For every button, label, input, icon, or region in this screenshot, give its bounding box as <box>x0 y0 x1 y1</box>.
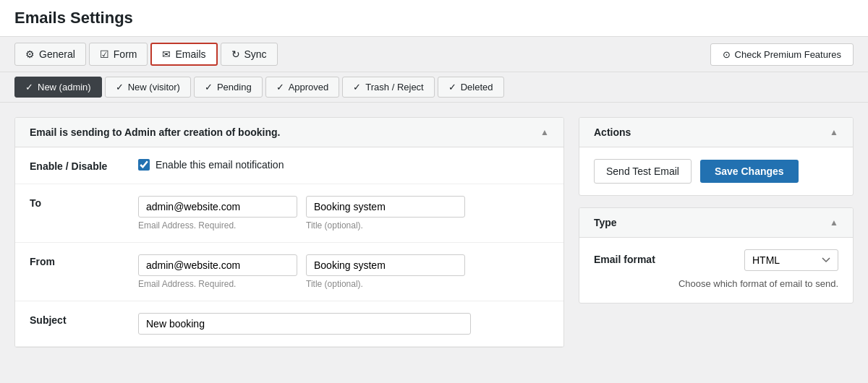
tab-emails[interactable]: Emails <box>150 43 217 66</box>
right-panel: Actions ▲ Send Test Email Save Changes T… <box>579 117 854 348</box>
email-icon <box>162 48 171 60</box>
check-icon-pending: ✓ <box>205 82 213 92</box>
from-fields: Email Address. Required. Title (optional… <box>138 254 549 289</box>
main-content: Email is sending to Admin after creation… <box>0 103 868 362</box>
clock-icon: ⊙ <box>723 49 731 60</box>
actions-header: Actions ▲ <box>579 118 853 147</box>
subject-fields <box>138 313 549 335</box>
enable-checkbox[interactable] <box>138 159 150 171</box>
check-premium-button[interactable]: ⊙ Check Premium Features <box>710 43 854 66</box>
sub-tab-trash-reject[interactable]: ✓ Trash / Reject <box>342 77 434 98</box>
tabs-bar: General Form Emails Sync ⊙ Check Premium… <box>0 37 868 72</box>
send-test-email-button[interactable]: Send Test Email <box>594 159 692 184</box>
subject-input[interactable] <box>138 313 471 335</box>
type-header-title: Type <box>594 217 617 228</box>
subject-label: Subject <box>30 313 124 326</box>
sub-tab-pending[interactable]: ✓ Pending <box>194 77 263 98</box>
save-changes-button[interactable]: Save Changes <box>700 160 799 183</box>
to-fields: Email Address. Required. Title (optional… <box>138 196 549 231</box>
to-title-input[interactable] <box>306 196 465 218</box>
actions-body: Send Test Email Save Changes <box>579 147 853 195</box>
panel-header: Email is sending to Admin after creation… <box>15 118 563 147</box>
tabs-left: General Form Emails Sync <box>14 43 278 66</box>
check-icon-trash-reject: ✓ <box>353 82 361 92</box>
to-input-group: Email Address. Required. Title (optional… <box>138 196 549 231</box>
check-icon-new-admin: ✓ <box>25 82 33 92</box>
tab-sync[interactable]: Sync <box>221 43 278 66</box>
actions-box: Actions ▲ Send Test Email Save Changes <box>579 117 854 196</box>
sub-tab-deleted[interactable]: ✓ Deleted <box>438 77 504 98</box>
enable-disable-row: Enable / Disable Enable this email notif… <box>15 147 563 184</box>
from-row: From Email Address. Required. Title (opt… <box>15 243 563 301</box>
type-collapse-icon: ▲ <box>830 218 838 228</box>
page-title: Emails Settings <box>14 9 854 27</box>
email-settings-panel: Email is sending to Admin after creation… <box>14 117 564 348</box>
sync-icon <box>231 48 240 60</box>
gear-icon <box>25 48 35 60</box>
sub-tab-new-visitor[interactable]: ✓ New (visitor) <box>105 77 191 98</box>
to-email-hint: Email Address. Required. <box>138 220 297 231</box>
email-format-select[interactable]: HTML Plain Text <box>744 249 838 271</box>
to-email-input[interactable] <box>138 196 297 218</box>
sub-tab-new-admin[interactable]: ✓ New (admin) <box>14 77 102 98</box>
type-header: Type ▲ <box>579 208 853 238</box>
email-format-label: Email format <box>594 249 655 265</box>
enable-disable-fields: Enable this email notification <box>138 159 549 171</box>
from-title-hint: Title (optional). <box>306 279 465 289</box>
from-title-input[interactable] <box>306 254 465 276</box>
sub-tabs-bar: ✓ New (admin) ✓ New (visitor) ✓ Pending … <box>0 72 868 103</box>
from-input-group: Email Address. Required. Title (optional… <box>138 254 549 289</box>
from-label: From <box>30 254 124 267</box>
to-row: To Email Address. Required. Title (optio… <box>15 184 563 243</box>
check-icon-deleted: ✓ <box>448 82 456 92</box>
to-email-sub: Email Address. Required. <box>138 196 297 231</box>
panel-header-title: Email is sending to Admin after creation… <box>30 126 280 138</box>
from-email-sub: Email Address. Required. <box>138 254 297 289</box>
check-icon-new-visitor: ✓ <box>116 82 124 92</box>
to-title-hint: Title (optional). <box>306 220 465 231</box>
tab-general[interactable]: General <box>14 43 86 66</box>
to-label: To <box>30 196 124 209</box>
collapse-arrow-icon: ▲ <box>540 127 549 137</box>
form-icon <box>100 48 109 60</box>
type-box: Type ▲ Email format HTML Plain Text Choo… <box>579 207 854 304</box>
enable-disable-label: Enable / Disable <box>30 159 124 172</box>
from-email-input[interactable] <box>138 254 297 276</box>
enable-checkbox-label: Enable this email notification <box>156 159 284 171</box>
to-title-sub: Title (optional). <box>306 196 465 231</box>
type-right: HTML Plain Text Choose which format of e… <box>678 249 838 291</box>
subject-row: Subject <box>15 301 563 347</box>
type-body: Email format HTML Plain Text Choose whic… <box>579 238 853 303</box>
actions-collapse-icon: ▲ <box>830 127 838 137</box>
check-icon-approved: ✓ <box>276 82 284 92</box>
tab-form[interactable]: Form <box>89 43 148 66</box>
sub-tab-approved[interactable]: ✓ Approved <box>265 77 340 98</box>
actions-header-title: Actions <box>594 126 631 138</box>
enable-checkbox-row: Enable this email notification <box>138 159 549 171</box>
email-format-row: Email format HTML Plain Text Choose whic… <box>594 249 838 291</box>
from-title-sub: Title (optional). <box>306 254 465 289</box>
page-header: Emails Settings <box>0 0 868 37</box>
from-email-hint: Email Address. Required. <box>138 279 297 289</box>
format-hint: Choose which format of email to send. <box>678 277 838 291</box>
